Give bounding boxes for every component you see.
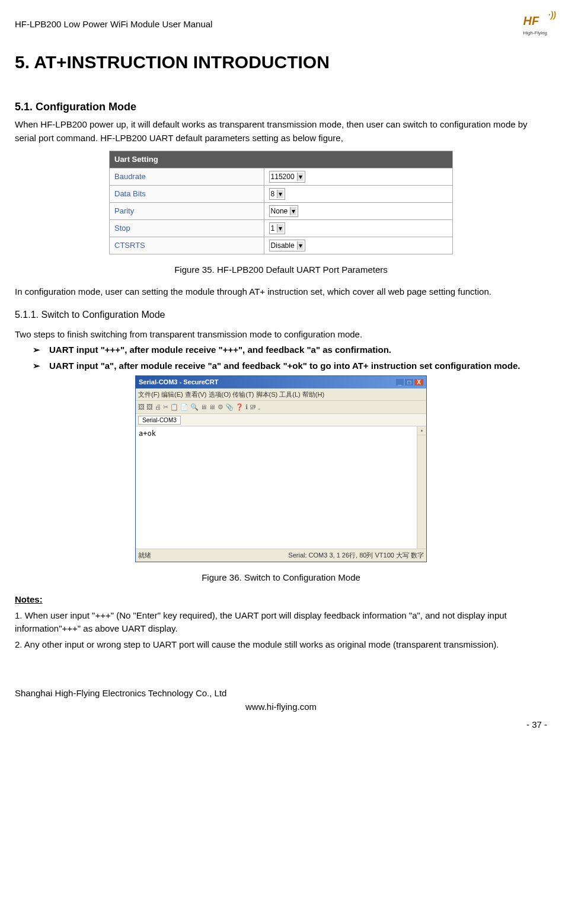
status-right: Serial: COM3 3, 1 26行, 80列 VT100 大写 数字 [288,550,424,560]
table-row: Baudrate 115200 [110,168,453,185]
maximize-icon[interactable]: □ [405,379,413,385]
table-row: Data Bits 8 [110,185,453,202]
subsection-5-1-heading: 5.1. Configuration Mode [15,99,547,115]
table-row: Stop 1 [110,219,453,237]
toolbar[interactable]: 🖾 🖾 🖨 ✂ 📋 📄 🔍 🖥 🖥 ⚙ 📎 ❓ ℹ 🖳 。 [136,401,426,414]
footer-url: www.hi-flying.com [15,700,547,714]
doc-title: HF-LPB200 Low Power WiFi Module User Man… [15,18,212,31]
logo-sub: High-Flying [523,30,547,37]
note-1: 1. When user input "+++" (No "Enter" key… [15,609,547,636]
note-2: 2. Any other input or wrong step to UART… [15,638,547,652]
page-number: - 37 - [15,718,547,732]
ctsrts-select[interactable]: Disable [269,240,305,251]
s51-paragraph: When HF-LPB200 power up, it will default… [15,118,547,145]
section-title: 5. AT+INSTRUCTION INTRODUCTION [15,49,547,75]
tab-bar[interactable]: Serial-COM3 [136,414,426,427]
window-title: Serial-COM3 - SecureCRT [139,377,218,387]
table-row: Parity None [110,202,453,219]
page-footer: Shanghai High-Flying Electronics Technol… [15,687,547,732]
status-left: 就绪 [138,550,151,560]
uart-ctsrts-label: CTSRTS [110,237,264,254]
terminal-text: a+ok [139,429,156,438]
uart-databits-label: Data Bits [110,185,264,202]
minimize-icon[interactable]: _ [396,379,404,385]
notes-heading: Notes: [15,593,547,607]
para-after-fig35: In configuration mode, user can setting … [15,285,547,299]
uart-parity-label: Parity [110,202,264,219]
parity-select[interactable]: None [269,205,299,217]
list-item: ➢ UART input "+++", after module receive… [33,343,547,357]
baudrate-select[interactable]: 115200 [269,171,305,183]
uart-parity-value[interactable]: None [264,202,452,219]
tab-serial-com3[interactable]: Serial-COM3 [138,416,181,425]
uart-ctsrts-value[interactable]: Disable [264,237,452,254]
table-row: CTSRTS Disable [110,237,453,254]
uart-setting-table: Uart Setting Baudrate 115200 Data Bits 8… [109,151,453,254]
logo-main: HF [523,14,539,27]
bullet-icon: ➢ [33,343,40,357]
figure-35-caption: Figure 35. HF-LPB200 Default UART Port P… [15,263,547,277]
uart-baudrate-label: Baudrate [110,168,264,185]
menu-bar[interactable]: 文件(F) 编辑(E) 查看(V) 选项(O) 传输(T) 脚本(S) 工具(L… [136,388,426,402]
list-item: ➢ UART input "a", after module receive "… [33,359,547,373]
bullet-2-text: UART input "a", after module receive "a"… [49,359,520,373]
logo: HF High-Flying [523,12,547,37]
figure-36-caption: Figure 36. Switch to Configuration Mode [15,571,547,585]
close-icon[interactable]: X [414,379,423,385]
terminal-output[interactable]: a+ok [136,426,426,549]
uart-databits-value[interactable]: 8 [264,185,452,202]
window-controls[interactable]: _□X [395,377,423,387]
uart-title: Uart Setting [110,151,453,168]
s511-paragraph: Two steps to finish switching from trans… [15,328,547,342]
bullet-list: ➢ UART input "+++", after module receive… [33,343,547,372]
subsection-5-1-1-heading: 5.1.1. Switch to Configuration Mode [15,308,547,322]
uart-stop-value[interactable]: 1 [264,219,452,237]
uart-stop-label: Stop [110,219,264,237]
scrollbar[interactable] [417,426,426,549]
page-header: HF-LPB200 Low Power WiFi Module User Man… [15,12,547,37]
uart-baudrate-value[interactable]: 115200 [264,168,452,185]
status-bar: 就绪 Serial: COM3 3, 1 26行, 80列 VT100 大写 数… [136,549,426,562]
footer-company: Shanghai High-Flying Electronics Technol… [15,687,547,700]
window-titlebar: Serial-COM3 - SecureCRT _□X [136,376,426,388]
stop-select[interactable]: 1 [269,222,286,234]
databits-select[interactable]: 8 [269,188,286,200]
bullet-1-text: UART input "+++", after module receive "… [49,343,391,357]
bullet-icon: ➢ [33,359,40,373]
securecrt-window: Serial-COM3 - SecureCRT _□X 文件(F) 编辑(E) … [135,375,427,562]
